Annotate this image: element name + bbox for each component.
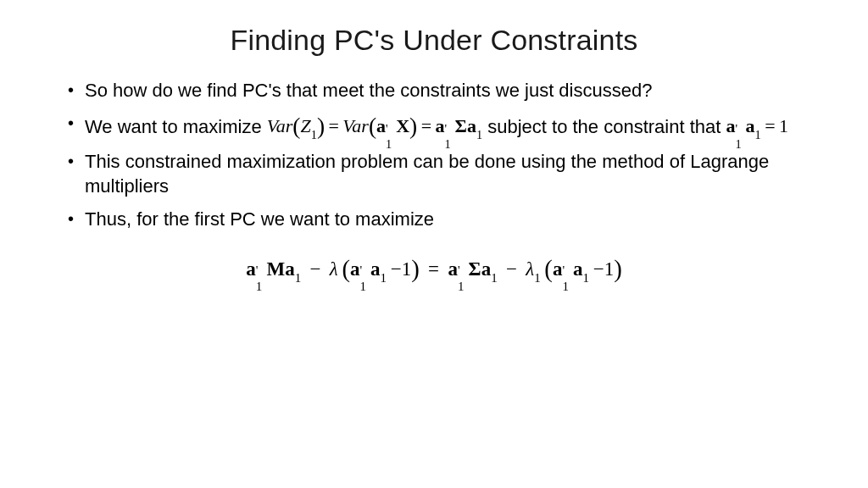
inline-math-constraint: a'1a1 = 1 bbox=[726, 115, 787, 136]
inline-math-variance: Var(Z1) = Var(a'1X) = a'1Σa1 bbox=[267, 115, 482, 136]
bullet-text: So how do we find PC's that meet the con… bbox=[85, 80, 652, 101]
bullet-text: We want to maximize bbox=[85, 115, 267, 136]
bullet-list: So how do we find PC's that meet the con… bbox=[68, 79, 802, 231]
slide-title: Finding PC's Under Constraints bbox=[66, 24, 802, 57]
bullet-item: Thus, for the first PC we want to maximi… bbox=[68, 208, 802, 232]
bullet-item: So how do we find PC's that meet the con… bbox=[68, 79, 802, 103]
bullet-item: We want to maximize Var(Z1) = Var(a'1X) … bbox=[68, 112, 802, 142]
bullet-text: subject to the constraint that bbox=[482, 115, 726, 136]
display-equation: a'1Ma1 − λ (a'1a1 −1) = a'1Σa1 − λ1 (a'1… bbox=[66, 255, 802, 283]
bullet-text: This constrained maximization problem ca… bbox=[85, 151, 769, 197]
bullet-item: This constrained maximization problem ca… bbox=[68, 150, 802, 198]
bullet-text: Thus, for the first PC we want to maximi… bbox=[85, 208, 434, 230]
slide: Finding PC's Under Constraints So how do… bbox=[0, 0, 868, 488]
